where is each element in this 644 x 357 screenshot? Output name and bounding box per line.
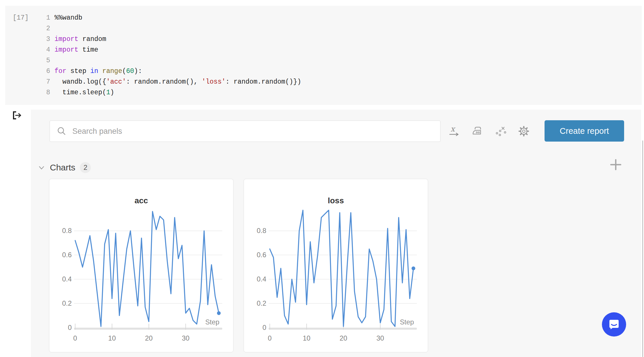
x-tick-label: 0 bbox=[268, 334, 272, 342]
x-tick-label: 20 bbox=[340, 334, 347, 342]
charts-section-header: Charts 2 bbox=[38, 162, 91, 173]
line-number: 6 bbox=[42, 66, 50, 77]
y-tick-label: 0.6 bbox=[257, 251, 266, 259]
add-panel-plus-icon[interactable] bbox=[609, 158, 622, 171]
code-token: ( bbox=[122, 67, 126, 75]
chart-end-dot bbox=[412, 266, 415, 270]
chart-svg: loss00.20.40.60.80102030Step bbox=[244, 179, 428, 352]
code-token: : random.random()}) bbox=[226, 78, 301, 86]
y-tick-label: 0.2 bbox=[62, 299, 72, 307]
svg-text:x: x bbox=[451, 125, 456, 133]
chart-title: acc bbox=[135, 196, 148, 205]
intercom-chat-button[interactable] bbox=[602, 312, 626, 337]
y-tick-label: 0.8 bbox=[62, 227, 72, 234]
code-token: for bbox=[54, 67, 66, 75]
line-number: 2 bbox=[42, 23, 50, 34]
y-tick-label: 0.6 bbox=[62, 251, 72, 259]
chart-end-dot bbox=[217, 311, 221, 315]
x-tick-label: 10 bbox=[303, 334, 310, 342]
wandb-panel: x bbox=[31, 110, 641, 357]
line-number: 1 bbox=[42, 13, 50, 23]
code-token: range bbox=[102, 67, 122, 75]
panel-card-loss[interactable]: loss00.20.40.60.80102030Step bbox=[244, 179, 428, 352]
y-tick-label: 0 bbox=[68, 324, 72, 331]
smoothing-iron-icon[interactable] bbox=[471, 125, 484, 138]
line-number: 8 bbox=[42, 87, 50, 98]
x-tick-label: 30 bbox=[376, 334, 384, 342]
line-number: 3 bbox=[42, 34, 50, 45]
code-token: 'loss' bbox=[202, 78, 226, 86]
chart-title: loss bbox=[328, 196, 344, 205]
x-axis-label: Step bbox=[400, 318, 414, 326]
x-tick-label: 20 bbox=[145, 334, 153, 342]
x-tick-label: 0 bbox=[73, 334, 77, 342]
line-number: 7 bbox=[42, 77, 50, 87]
code-token: wandb.log({ bbox=[54, 78, 106, 86]
notebook-code-cell[interactable]: [17] 1%%wandb23import random4import time… bbox=[5, 6, 642, 105]
code-token: step bbox=[66, 67, 90, 75]
vertical-scrollbar[interactable] bbox=[642, 140, 643, 357]
line-number: 4 bbox=[42, 45, 50, 55]
code-line[interactable]: 6for step in range(60): bbox=[42, 66, 642, 77]
code-token: import bbox=[54, 46, 78, 54]
chevron-down-icon[interactable] bbox=[38, 164, 45, 171]
y-tick-label: 0.4 bbox=[257, 275, 266, 283]
code-token bbox=[98, 67, 102, 75]
code-token: 'acc' bbox=[106, 78, 126, 86]
y-tick-label: 0 bbox=[263, 324, 266, 331]
code-token: in bbox=[90, 67, 98, 75]
chart-line bbox=[75, 211, 219, 326]
execution-count: [17] bbox=[5, 13, 42, 23]
code-token: import bbox=[54, 35, 78, 43]
x-axis-label: Step bbox=[205, 318, 219, 326]
x-tick-label: 30 bbox=[182, 334, 190, 342]
code-line[interactable]: 4import time bbox=[42, 45, 642, 55]
x-tick-label: 10 bbox=[108, 334, 116, 342]
chart-svg: acc00.20.40.60.80102030Step bbox=[49, 179, 233, 352]
open-in-new-window-icon[interactable] bbox=[12, 111, 22, 120]
line-number: 5 bbox=[42, 55, 50, 66]
code-line[interactable]: 7 wandb.log({'acc': random.random(), 'lo… bbox=[42, 77, 642, 87]
y-tick-label: 0.4 bbox=[62, 275, 72, 283]
code-line[interactable]: 3import random bbox=[42, 34, 642, 45]
code-editor[interactable]: 1%%wandb23import random4import time56for… bbox=[42, 13, 642, 98]
code-token: 1 bbox=[106, 89, 110, 96]
code-token: 60 bbox=[126, 67, 134, 75]
code-token: ) bbox=[110, 89, 114, 96]
code-token: : random.random(), bbox=[126, 78, 202, 86]
code-token: time.sleep( bbox=[54, 89, 106, 96]
x-axis-baseline bbox=[269, 328, 417, 330]
create-report-button[interactable]: Create report bbox=[545, 120, 624, 142]
x-axis-icon[interactable]: x bbox=[448, 125, 461, 138]
code-line[interactable]: 1%%wandb bbox=[42, 13, 642, 23]
chart-line bbox=[270, 210, 413, 326]
y-tick-label: 0.2 bbox=[257, 299, 266, 307]
charts-section-label: Charts bbox=[50, 163, 75, 172]
x-axis-baseline bbox=[74, 328, 222, 330]
code-line[interactable]: 8 time.sleep(1) bbox=[42, 87, 642, 98]
search-panels-box[interactable] bbox=[50, 121, 440, 142]
panel-card-acc[interactable]: acc00.20.40.60.80102030Step bbox=[49, 179, 234, 352]
settings-gear-icon[interactable] bbox=[517, 125, 530, 138]
code-token: ): bbox=[134, 67, 142, 75]
y-tick-label: 0.8 bbox=[257, 227, 266, 234]
chat-bubble-icon bbox=[607, 318, 621, 331]
code-token: random bbox=[78, 35, 106, 43]
code-token: time bbox=[78, 46, 98, 54]
search-panels-input[interactable] bbox=[72, 127, 433, 136]
search-icon bbox=[57, 126, 67, 136]
code-line[interactable]: 5 bbox=[42, 55, 642, 66]
panel-toolbar: x bbox=[448, 123, 530, 140]
code-line[interactable]: 2 bbox=[42, 23, 642, 34]
charts-count-badge: 2 bbox=[80, 162, 91, 173]
code-token: %%wandb bbox=[54, 14, 82, 22]
outliers-icon[interactable] bbox=[494, 125, 507, 138]
